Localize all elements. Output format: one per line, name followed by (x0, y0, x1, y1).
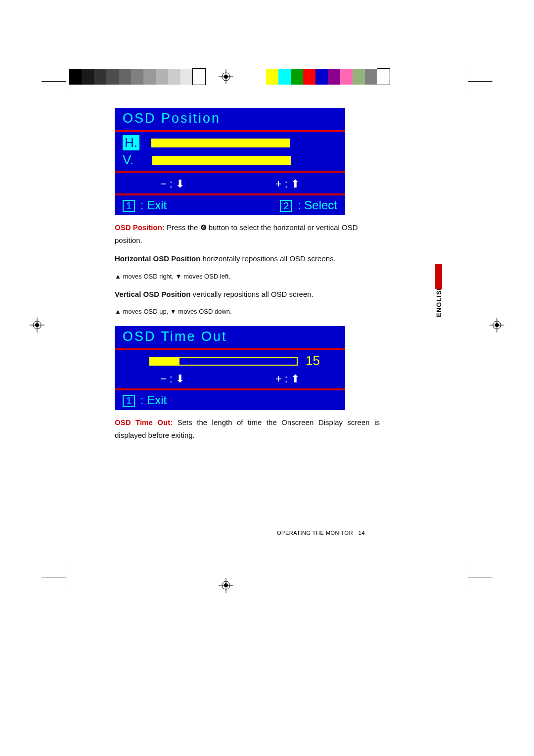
crop-mark-top-left (42, 69, 66, 94)
language-tab-marker (435, 264, 442, 289)
divider (115, 171, 345, 173)
osd-row-vertical: V. (115, 151, 345, 169)
osd-timeout-slider (149, 357, 298, 366)
osd-footer: 1 : Exit (115, 392, 345, 410)
registration-mark-left (30, 318, 44, 332)
osd-footer: 1 : Exit 2 : Select (115, 197, 345, 215)
divider (115, 193, 345, 195)
osd-timeout-value: 15 (306, 353, 320, 369)
registration-mark-right (490, 318, 504, 332)
arrow-up-icon (291, 373, 300, 385)
crop-mark-bottom-left (42, 565, 66, 590)
registration-mark-bottom (219, 578, 233, 593)
crop-mark-bottom-right (468, 565, 492, 590)
hint-plus: + : (275, 178, 300, 190)
osd-timeout-description: OSD Time Out: Sets the length of time th… (115, 416, 380, 441)
osd-v-label: V. (123, 152, 152, 168)
key-1-icon: 1 (123, 395, 135, 407)
horizontal-osd-controls: ▲ moves OSD right, ▼ moves OSD left. (115, 271, 380, 282)
crop-mark-top-right (468, 69, 492, 94)
osd-timeout-row: 15 (115, 352, 345, 370)
arrow-up-icon (291, 178, 300, 190)
hint-minus: − : (160, 373, 184, 385)
page-footer: OPERATING THE MONITOR 14 (277, 530, 365, 536)
select-hint: 2 : Select (280, 198, 337, 212)
horizontal-osd-description: Horizontal OSD Position horizontally rep… (115, 252, 380, 265)
color-calibration-bar (266, 69, 390, 85)
exit-hint: 1 : Exit (123, 198, 167, 212)
osd-timeout-panel: OSD Time Out 15 − : + : 1 : Exit (115, 326, 345, 410)
grayscale-calibration-bar (69, 69, 205, 85)
osd-position-panel: OSD Position H. V. − : + : 1 : Exit 2 : … (115, 108, 345, 215)
osd-h-label: H. (123, 135, 139, 150)
vertical-osd-controls: ▲ moves OSD up, ▼ moves OSD down. (115, 306, 380, 317)
osd-h-slider (151, 139, 290, 147)
vertical-osd-description: Vertical OSD Position vertically reposit… (115, 288, 380, 301)
osd-hint-row: − : + : (115, 175, 345, 191)
osd-position-title: OSD Position (115, 111, 345, 128)
divider (115, 388, 345, 390)
exit-hint: 1 : Exit (123, 393, 167, 407)
divider (115, 130, 345, 132)
osd-v-slider (152, 156, 291, 165)
divider (115, 348, 345, 350)
hint-minus: − : (160, 178, 184, 190)
osd-row-horizontal: H. (115, 134, 345, 151)
language-label: ENGLISH (435, 285, 443, 317)
arrow-down-icon (176, 373, 184, 385)
hint-plus: + : (275, 373, 300, 385)
osd-hint-row: − : + : (115, 370, 345, 386)
key-2-icon: 2 (280, 200, 292, 212)
registration-mark-top (219, 69, 233, 84)
osd-position-description: OSD Position: Press the ❹ button to sele… (115, 221, 380, 246)
arrow-down-icon (176, 178, 184, 190)
key-1-icon: 1 (123, 200, 135, 212)
osd-timeout-title: OSD Time Out (115, 329, 345, 346)
